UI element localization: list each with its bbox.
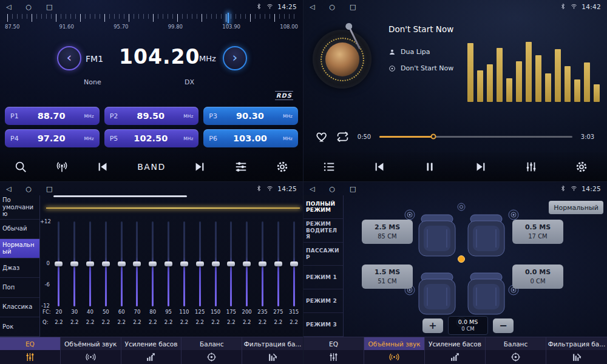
band-slider[interactable] [208, 221, 223, 306]
band-slider[interactable] [270, 221, 286, 306]
recents-icon[interactable]: □ [46, 185, 52, 193]
equalizer-icon[interactable] [524, 160, 538, 174]
back-icon[interactable]: ◁ [310, 3, 314, 11]
eq-preset-item-4[interactable]: Поп [0, 278, 39, 297]
tab-balance[interactable]: Баланс [181, 337, 242, 364]
band-slider[interactable] [83, 221, 98, 306]
tab-bass[interactable]: Усиление басов [121, 337, 182, 364]
recents-icon[interactable]: □ [350, 185, 356, 193]
broadcast-icon[interactable] [55, 160, 69, 174]
slider-knob[interactable] [55, 261, 63, 266]
delay-increase-button[interactable]: + [422, 318, 443, 333]
slider-knob[interactable] [86, 261, 94, 266]
sliders-icon[interactable] [234, 160, 248, 174]
mode-item-3[interactable]: РЕЖИМ 1 [304, 266, 343, 289]
band-scrollbar[interactable] [53, 195, 187, 197]
mode-item-0[interactable]: ПОЛНЫЙ РЕЖИМ [304, 195, 343, 219]
slider-knob[interactable] [102, 261, 110, 266]
tab-surround[interactable]: Объёмный звук [364, 337, 425, 364]
next-icon[interactable] [193, 160, 206, 174]
search-icon[interactable] [14, 160, 27, 174]
home-icon[interactable]: ○ [329, 185, 335, 193]
band-button[interactable]: BAND [137, 162, 165, 172]
eq-preset-item-3[interactable]: Джаз [0, 258, 39, 278]
delay-rear-right-button[interactable]: 0.0 MS0 CM [512, 265, 563, 289]
home-icon[interactable]: ○ [25, 3, 32, 11]
back-icon[interactable]: ◁ [6, 3, 11, 11]
band-slider[interactable] [286, 221, 302, 306]
slider-knob[interactable] [164, 261, 172, 266]
tune-up-button[interactable]: › [223, 46, 247, 70]
tab-filter[interactable]: Фильтрация ба... [242, 337, 303, 364]
eq-preset-item-0[interactable]: По умолчанию [0, 195, 39, 220]
favorite-heart-icon[interactable] [316, 130, 328, 143]
delay-decrease-button[interactable]: − [493, 318, 514, 333]
repeat-icon[interactable] [336, 130, 349, 143]
next-icon[interactable] [474, 160, 487, 174]
slider-knob[interactable] [196, 261, 204, 266]
slider-knob[interactable] [243, 261, 251, 266]
delay-front-right-button[interactable]: 0.5 MS17 CM [512, 220, 563, 244]
slider-knob[interactable] [227, 261, 235, 266]
slider-knob[interactable] [274, 261, 282, 266]
seek-knob[interactable] [431, 134, 436, 140]
band-slider[interactable] [145, 221, 161, 306]
mode-item-1[interactable]: РЕЖИМ ВОДИТЕЛЯ [304, 219, 343, 243]
eq-preset-item-6[interactable]: Рок [0, 317, 39, 337]
tab-bass[interactable]: Усиление басов [425, 337, 486, 364]
band-slider[interactable] [255, 221, 271, 306]
tab-surround[interactable]: Объёмный звук [61, 337, 121, 364]
tab-eq[interactable]: EQ [304, 337, 364, 364]
mode-item-5[interactable]: РЕЖИМ 3 [304, 313, 343, 337]
previous-icon[interactable] [373, 160, 386, 174]
band-slider[interactable] [239, 221, 255, 306]
slider-knob[interactable] [149, 261, 157, 266]
sound-preset-button[interactable]: Нормальный [549, 201, 603, 214]
eq-preset-item-5[interactable]: Классика [0, 298, 39, 317]
band-slider[interactable] [114, 221, 129, 306]
preset-p2[interactable]: P289.50MHz [104, 107, 199, 125]
band-slider[interactable] [67, 221, 83, 306]
playlist-icon[interactable] [322, 160, 336, 174]
seek-bar[interactable] [379, 136, 572, 138]
slider-knob[interactable] [70, 261, 78, 266]
settings-gear-icon[interactable] [276, 160, 289, 174]
recents-icon[interactable]: □ [46, 3, 52, 11]
back-icon[interactable]: ◁ [6, 185, 11, 193]
pause-icon[interactable] [423, 160, 436, 174]
preset-p3[interactable]: P390.30MHz [203, 107, 298, 125]
settings-gear-icon[interactable] [575, 160, 588, 174]
slider-knob[interactable] [290, 261, 298, 266]
eq-preset-item-2[interactable]: Нормальный [0, 239, 39, 258]
slider-knob[interactable] [212, 261, 220, 266]
frequency-scale[interactable]: 87.5091.6095.7099.80103.90108.00 [5, 13, 298, 36]
tab-eq[interactable]: EQ [0, 337, 61, 364]
preset-p1[interactable]: P188.70MHz [5, 107, 100, 125]
tab-balance[interactable]: Баланс [486, 337, 546, 364]
mode-item-2[interactable]: ПАССАЖИР [304, 243, 343, 266]
band-slider[interactable] [177, 221, 192, 306]
band-slider[interactable] [192, 221, 208, 306]
preset-p6[interactable]: P6103.00MHz [203, 129, 298, 147]
eq-preset-item-1[interactable]: Обычай [0, 220, 39, 239]
band-slider[interactable] [129, 221, 145, 306]
recents-icon[interactable]: □ [350, 3, 356, 11]
back-icon[interactable]: ◁ [310, 185, 314, 193]
home-icon[interactable]: ○ [329, 3, 335, 11]
band-slider[interactable] [223, 221, 239, 306]
slider-knob[interactable] [259, 261, 266, 266]
band-slider[interactable] [161, 221, 177, 306]
preset-p5[interactable]: P5102.50MHz [104, 129, 199, 147]
delay-front-left-button[interactable]: 2.5 MS85 CM [362, 220, 413, 244]
band-slider[interactable] [98, 221, 114, 306]
band-slider[interactable] [51, 221, 67, 306]
slider-knob[interactable] [133, 261, 141, 266]
mode-item-4[interactable]: РЕЖИМ 2 [304, 289, 343, 313]
slider-knob[interactable] [180, 261, 188, 266]
delay-rear-left-button[interactable]: 1.5 MS51 CM [362, 265, 413, 289]
home-icon[interactable]: ○ [25, 185, 32, 193]
previous-icon[interactable] [96, 160, 109, 174]
tune-down-button[interactable]: ‹ [57, 46, 81, 70]
tab-filter[interactable]: Фильтрация ба... [546, 337, 607, 364]
slider-knob[interactable] [118, 261, 126, 266]
